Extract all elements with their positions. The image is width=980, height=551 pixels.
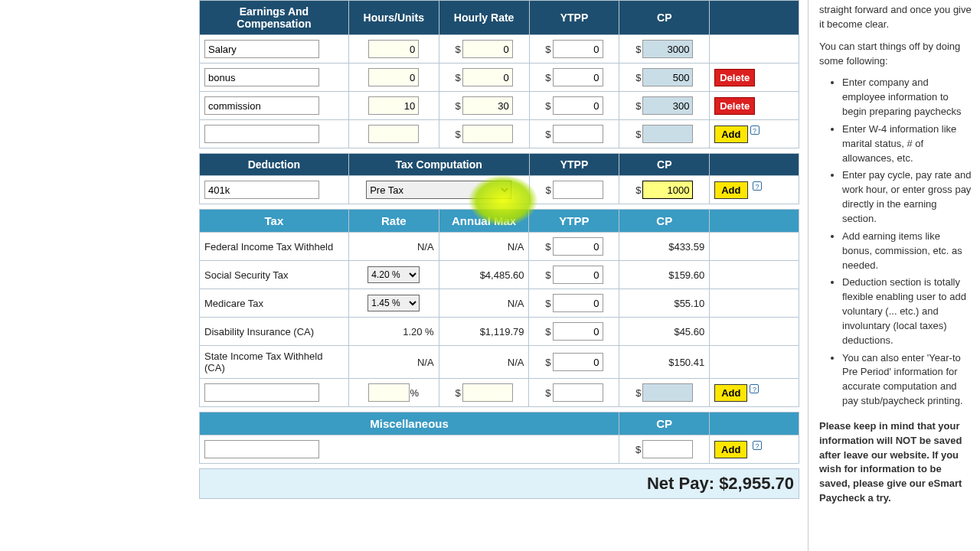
tax-name: Federal Income Tax Withheld (200, 233, 349, 261)
misc-header-actions (710, 412, 799, 435)
earning-ytpp-input[interactable] (553, 96, 603, 115)
dollar-sign: $ (545, 326, 550, 337)
earnings-table: Earnings And Compensation Hours/Units Ho… (199, 0, 799, 148)
dollar-sign: $ (545, 269, 550, 281)
deduction-name-input[interactable] (204, 181, 319, 199)
dollar-sign: $ (455, 387, 460, 399)
help-icon[interactable]: ? (750, 126, 760, 135)
deduction-taxcomp-select[interactable]: Pre Tax (366, 181, 511, 199)
tax-name: Medicare Tax (200, 289, 349, 318)
earning-cp-input[interactable] (642, 68, 693, 86)
tax-header-ytpp: YTPP (529, 210, 619, 233)
help-icon[interactable]: ? (753, 441, 762, 450)
dollar-sign: $ (635, 129, 641, 140)
tax-rate-input[interactable] (368, 383, 410, 402)
help-icon[interactable]: ? (750, 384, 759, 393)
misc-add-button[interactable]: Add (714, 441, 747, 458)
tax-name-input[interactable] (204, 383, 319, 402)
help-icon[interactable]: ? (753, 181, 762, 191)
tax-rate-select[interactable]: 4.20 % (368, 266, 420, 283)
sidebar-list-item: Enter company and employee information t… (842, 76, 972, 119)
earning-name-input[interactable] (204, 96, 319, 115)
earning-cp-input[interactable] (642, 40, 693, 58)
tax-add-button[interactable]: Add (714, 384, 747, 402)
dollar-sign: $ (455, 72, 460, 83)
tax-max: N/A (439, 289, 529, 318)
earning-ytpp-input[interactable] (553, 68, 603, 86)
earning-hours-input[interactable] (368, 40, 419, 58)
tax-ytpp-input[interactable] (553, 266, 603, 284)
tax-max: $4,485.60 (439, 261, 529, 289)
earning-ytpp-input[interactable] (553, 40, 603, 58)
tax-cp: $159.60 (619, 261, 710, 289)
earning-name-input[interactable] (204, 68, 319, 86)
tax-rate-text: N/A (348, 233, 439, 261)
dollar-sign: $ (545, 44, 550, 55)
sidebar-list-item: You can also enter 'Year-to Pre Period' … (842, 351, 972, 409)
earning-add-button[interactable]: Add (714, 126, 747, 143)
payroll-main: Earnings And Compensation Hours/Units Ho… (0, 0, 808, 551)
dollar-sign: $ (455, 100, 460, 112)
misc-cp-input[interactable] (642, 440, 693, 458)
net-pay-amount: $2,955.70 (719, 474, 794, 493)
tax-rate-text: N/A (348, 346, 439, 379)
earning-name-input[interactable] (204, 125, 319, 143)
dollar-sign: $ (545, 72, 550, 83)
earning-hours-input[interactable] (368, 68, 419, 86)
deduction-add-button[interactable]: Add (714, 181, 747, 199)
deduction-header-ytpp: YTPP (529, 154, 619, 176)
earning-name-input[interactable] (204, 40, 319, 58)
sidebar-list-item: Deduction section is totally flexible en… (842, 276, 972, 347)
tax-rate-select[interactable]: 1.45 % (368, 295, 420, 311)
earning-rate-input[interactable] (462, 96, 513, 115)
tax-table: Tax Rate Annual Max YTPP CP Federal Inco… (199, 209, 799, 407)
misc-header-name: Miscellaneous (200, 412, 619, 435)
sidebar-list: Enter company and employee information t… (819, 76, 972, 409)
earning-hours-input[interactable] (368, 96, 419, 115)
tax-header-max: Annual Max (439, 210, 529, 233)
sidebar-p2: Please keep in mind that your informatio… (819, 419, 972, 506)
tax-max: N/A (439, 233, 529, 261)
deduction-ytpp-input[interactable] (553, 181, 603, 199)
dollar-sign: $ (635, 387, 641, 399)
dollar-sign: $ (545, 129, 550, 140)
sidebar-p1: You can start things off by doing some f… (819, 40, 972, 69)
delete-button[interactable]: Delete (714, 69, 755, 86)
tax-name: Social Security Tax (200, 261, 349, 289)
deduction-header-cp: CP (619, 154, 710, 176)
delete-button[interactable]: Delete (714, 97, 755, 115)
misc-name-input[interactable] (204, 440, 319, 458)
earning-cp-input[interactable] (642, 96, 693, 115)
earning-ytpp-input[interactable] (553, 125, 603, 143)
earning-rate-input[interactable] (462, 125, 513, 143)
tax-max-input[interactable] (462, 383, 513, 402)
earnings-row: $ $ $ Delete (200, 92, 799, 120)
net-pay-cell: Net Pay: $2,955.70 (200, 469, 799, 499)
tax-row: Medicare Tax 1.45 % N/A $ $55.10 (200, 289, 799, 318)
tax-ytpp-input[interactable] (553, 294, 603, 312)
earnings-header-ytpp: YTPP (529, 1, 619, 35)
earning-rate-input[interactable] (462, 40, 513, 58)
tax-cp-input[interactable] (642, 383, 693, 402)
dollar-sign: $ (545, 298, 550, 309)
dollar-sign: $ (455, 129, 460, 140)
earnings-row: $ $ $ Delete (200, 64, 799, 92)
tax-ytpp-input[interactable] (553, 322, 603, 341)
earning-cp-input[interactable] (642, 125, 693, 143)
earnings-header-hours: Hours/Units (348, 1, 439, 35)
earning-rate-input[interactable] (462, 68, 513, 86)
tax-max: N/A (439, 346, 529, 379)
tax-max: $1,119.79 (439, 318, 529, 346)
deduction-cp-input[interactable] (642, 181, 693, 199)
misc-table: Miscellaneous CP $ Add ? (199, 412, 799, 464)
earnings-blank-row: $ $ $ Add? (200, 120, 799, 148)
dollar-sign: $ (545, 184, 550, 196)
tax-ytpp-input[interactable] (553, 237, 603, 256)
earnings-header-name: Earnings And Compensation (200, 1, 349, 35)
tax-ytpp-input[interactable] (553, 353, 603, 371)
tax-header-rate: Rate (348, 210, 439, 233)
tax-header-cp: CP (619, 210, 710, 233)
tax-ytpp-input[interactable] (553, 383, 603, 402)
deduction-row: Pre Tax $ $ Add ? (200, 176, 799, 204)
earning-hours-input[interactable] (368, 125, 419, 143)
